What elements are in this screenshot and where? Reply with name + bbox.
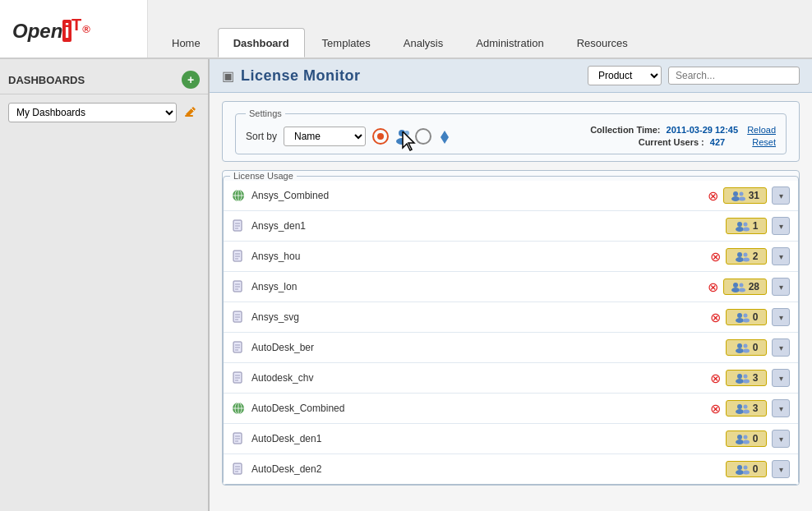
settings-legend: Settings xyxy=(246,108,285,118)
row-dropdown-button[interactable]: ▾ xyxy=(772,217,790,235)
sort-label: Sort by xyxy=(246,131,277,142)
alert-icon: ⊗ xyxy=(710,249,721,265)
user-badge-icon xyxy=(731,281,745,292)
nav-analysis[interactable]: Analysis xyxy=(388,28,459,58)
row-dropdown-button[interactable]: ▾ xyxy=(772,186,790,205)
license-rows: Ansys_Combined ⊗ 31 ▾ Ansys_den1 1 ▾ Ans… xyxy=(224,181,798,484)
sidebar-edit-button[interactable] xyxy=(182,104,200,122)
svg-rect-33 xyxy=(233,281,242,292)
doc-icon xyxy=(232,311,245,324)
sort-radio-selected[interactable] xyxy=(372,128,389,145)
license-type-icon xyxy=(232,371,245,384)
alert-icon: ⊗ xyxy=(708,279,718,295)
license-usage-legend: License Usage xyxy=(230,171,297,181)
license-row[interactable]: Ansys_lon ⊗ 28 ▾ xyxy=(224,272,798,302)
license-type-icon xyxy=(232,219,245,232)
svg-marker-7 xyxy=(441,131,449,137)
globe-icon xyxy=(232,402,245,415)
user-badge-icon xyxy=(735,403,750,414)
license-row[interactable]: AutoDesk_den2 0 ▾ xyxy=(224,454,798,484)
svg-rect-49 xyxy=(233,342,242,352)
license-right: ⊗ 3 ▾ xyxy=(710,369,790,387)
product-dropdown[interactable]: Product xyxy=(588,66,662,85)
license-type-icon xyxy=(232,432,245,445)
license-left: Ansys_svg xyxy=(232,311,299,324)
user-badge: 28 xyxy=(723,279,767,295)
svg-point-38 xyxy=(731,288,740,292)
sort-radio-empty[interactable] xyxy=(415,128,431,145)
doc-icon xyxy=(232,432,245,445)
collection-info: Collection Time: 2011-03-29 12:45 Reload… xyxy=(590,125,776,147)
svg-point-88 xyxy=(743,471,750,475)
doc-icon xyxy=(232,371,245,384)
dashboard-select[interactable]: My Dashboards xyxy=(8,103,177,122)
sort-select[interactable]: Name Usage Alerts xyxy=(284,127,366,146)
svg-point-30 xyxy=(736,257,744,262)
svg-point-31 xyxy=(743,253,747,257)
reset-link[interactable]: Reset xyxy=(752,137,776,147)
user-count: 31 xyxy=(749,190,759,201)
row-dropdown-button[interactable]: ▾ xyxy=(772,247,790,265)
svg-point-3 xyxy=(399,130,405,136)
sort-users-icon[interactable] xyxy=(392,127,412,146)
license-row[interactable]: AutoDesk_den1 0 ▾ xyxy=(224,424,798,454)
user-badge: 3 xyxy=(726,370,767,386)
svg-point-21 xyxy=(737,222,742,227)
user-badge: 3 xyxy=(726,400,767,417)
svg-point-53 xyxy=(737,343,742,348)
row-dropdown-button[interactable]: ▾ xyxy=(772,430,790,448)
license-right: ⊗ 2 ▾ xyxy=(710,247,790,265)
user-count: 3 xyxy=(753,372,759,384)
user-badge: 0 xyxy=(726,339,767,356)
nav-dashboard[interactable]: Dashboard xyxy=(218,28,305,58)
license-type-icon xyxy=(232,463,245,476)
svg-point-13 xyxy=(733,191,738,196)
collection-time-value: 2011-03-29 12:45 xyxy=(667,125,738,135)
nav-home[interactable]: Home xyxy=(156,28,216,58)
row-dropdown-button[interactable]: ▾ xyxy=(772,460,790,478)
row-dropdown-button[interactable]: ▾ xyxy=(772,278,790,296)
license-left: Ansys_den1 xyxy=(232,219,306,232)
license-row[interactable]: Ansys_den1 1 ▾ xyxy=(224,211,798,242)
nav-administration[interactable]: Administration xyxy=(460,28,559,58)
nav-resources[interactable]: Resources xyxy=(561,28,644,58)
sort-arrows-icon[interactable] xyxy=(435,127,454,146)
row-dropdown-button[interactable]: ▾ xyxy=(772,338,790,357)
license-name: Ansys_den1 xyxy=(251,220,306,232)
settings-panel: Settings Sort by Name Usage Alerts xyxy=(222,101,800,162)
license-left: AutoDesk_Combined xyxy=(232,402,344,415)
license-row[interactable]: AutoDesk_Combined ⊗ 3 ▾ xyxy=(224,394,798,424)
sidebar-add-button[interactable]: + xyxy=(182,71,200,89)
row-dropdown-button[interactable]: ▾ xyxy=(772,308,790,326)
svg-point-71 xyxy=(743,405,747,409)
license-row[interactable]: Ansys_hou ⊗ 2 ▾ xyxy=(224,242,798,272)
search-input[interactable] xyxy=(668,67,800,85)
license-left: AutoDesk_ber xyxy=(232,341,314,354)
nav-templates[interactable]: Templates xyxy=(307,28,386,58)
main-nav: Home Dashboard Templates Analysis Admini… xyxy=(148,0,812,58)
row-dropdown-button[interactable]: ▾ xyxy=(772,369,790,387)
license-right: ⊗ 28 ▾ xyxy=(708,278,790,296)
content-area: ▣ License Monitor Product Settings Sort … xyxy=(210,59,812,511)
user-count: 0 xyxy=(753,342,759,353)
user-count: 28 xyxy=(749,281,759,292)
license-row[interactable]: Ansys_svg ⊗ 0 ▾ xyxy=(224,302,798,333)
license-row[interactable]: AutoDesk_ber 0 ▾ xyxy=(224,333,798,363)
user-badge-icon xyxy=(735,220,750,232)
alert-icon: ⊗ xyxy=(710,401,721,417)
license-type-icon xyxy=(232,280,245,293)
row-dropdown-button[interactable]: ▾ xyxy=(772,399,790,417)
user-count: 2 xyxy=(753,251,759,262)
license-right: ⊗ 3 ▾ xyxy=(710,399,790,417)
license-usage-panel: License Usage Ansys_Combined ⊗ 31 ▾ Ansy… xyxy=(222,170,800,486)
svg-point-24 xyxy=(743,228,750,232)
user-badge-icon xyxy=(735,311,750,323)
license-row[interactable]: Ansys_Combined ⊗ 31 ▾ xyxy=(224,181,798,211)
svg-point-40 xyxy=(739,288,745,292)
user-count: 0 xyxy=(753,463,759,475)
reload-link[interactable]: Reload xyxy=(747,125,776,135)
svg-point-22 xyxy=(736,227,744,232)
license-right: 0 ▾ xyxy=(726,460,790,478)
license-name: AutoDesk_den2 xyxy=(251,463,321,475)
license-row[interactable]: Autodesk_chv ⊗ 3 ▾ xyxy=(224,363,798,394)
